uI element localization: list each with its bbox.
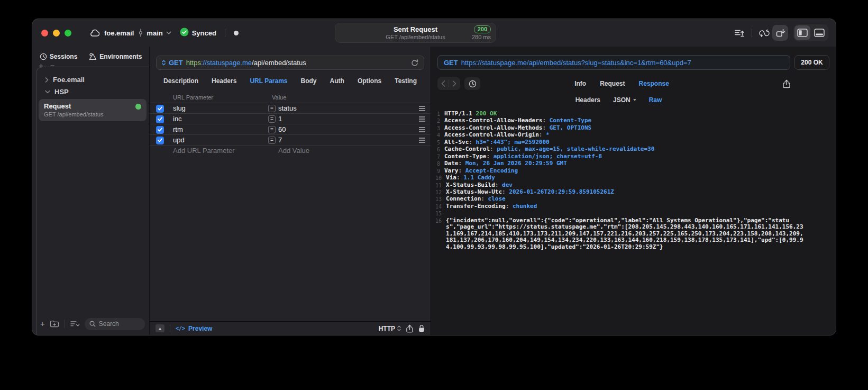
session-list-actions: + − xyxy=(39,61,55,70)
protocol-selector[interactable]: HTTP xyxy=(379,325,401,332)
param-value-input[interactable]: status xyxy=(278,104,297,112)
param-name-input[interactable]: rtm xyxy=(173,125,183,133)
branch-selector[interactable]: main xyxy=(138,29,171,37)
request-item[interactable]: Request GET /api/embed/status xyxy=(39,99,147,121)
main-area: Sessions Environments + − xyxy=(32,47,836,335)
param-name-input[interactable]: upd xyxy=(173,136,185,144)
window-controls xyxy=(41,30,71,37)
line-number: 10 xyxy=(435,175,446,182)
param-checkbox[interactable] xyxy=(156,105,164,113)
response-line: 8Date: Mon, 26 Jan 2026 20:29:59 GMT xyxy=(435,160,830,167)
column-value: Value xyxy=(272,94,286,101)
zoom-window-button[interactable] xyxy=(65,30,71,37)
chevron-down-icon xyxy=(633,99,636,101)
param-value-input[interactable]: 7 xyxy=(278,136,282,144)
line-number: 2 xyxy=(435,117,444,124)
url-text[interactable]: https://statuspage.me/api/embed/status xyxy=(186,59,306,67)
titlebar-divider xyxy=(225,29,225,37)
tree-item-hsp[interactable]: HSP xyxy=(38,86,148,98)
param-value-input[interactable]: 60 xyxy=(278,125,286,133)
request-summary-status: 200 280 ms xyxy=(472,23,491,42)
line-content: HTTP/1.1 200 OK xyxy=(444,111,497,117)
tab-headers[interactable]: Headers xyxy=(212,77,236,85)
param-name-input[interactable]: inc xyxy=(173,115,182,123)
response-subtabs: HeadersJSONRaw xyxy=(416,95,821,105)
tab-sessions[interactable]: Sessions xyxy=(40,53,78,60)
tab-url-params[interactable]: URL Params xyxy=(250,77,287,85)
protocol-label: HTTP xyxy=(379,325,395,332)
tab-options[interactable]: Options xyxy=(358,77,381,85)
tree-item-foe-email[interactable]: Foe.email xyxy=(38,74,148,86)
request-item-subtitle: GET /api/embed/status xyxy=(44,111,103,118)
lock-button[interactable] xyxy=(418,324,425,332)
sync-status[interactable]: Synced xyxy=(180,28,216,38)
line-number: 14 xyxy=(435,203,446,210)
add-parameter-placeholder[interactable]: Add URL Parameter xyxy=(173,147,235,155)
expand-drawer-button[interactable]: ▲ xyxy=(156,324,165,332)
share-icon xyxy=(406,324,413,333)
request-url-bar[interactable]: GET https://statuspage.me/api/embed/stat… xyxy=(156,56,424,70)
response-line: 5Alt-Svc: h3=":443"; ma=2592000 xyxy=(435,139,830,146)
folder-plus-icon xyxy=(50,320,59,328)
tab-request[interactable]: Request xyxy=(600,80,625,87)
param-value-input[interactable]: 1 xyxy=(278,115,282,123)
line-content: Alt-Svc: h3=":443"; ma=2592000 xyxy=(444,139,550,146)
subtab-json[interactable]: JSON xyxy=(613,96,636,104)
tab-environments-label: Environments xyxy=(99,53,142,60)
tab-info[interactable]: Info xyxy=(574,80,586,87)
drag-handle-icon[interactable] xyxy=(419,138,425,143)
sort-filter-button[interactable] xyxy=(70,321,80,327)
method-label[interactable]: GET xyxy=(169,59,183,67)
tab-environments[interactable]: Environments xyxy=(89,53,142,60)
chevron-down-icon xyxy=(45,90,50,94)
add-value-placeholder[interactable]: Add Value xyxy=(278,147,309,155)
drag-handle-icon[interactable] xyxy=(419,127,425,132)
param-checkbox[interactable] xyxy=(156,126,164,134)
sync-label: Synced xyxy=(192,29,216,37)
export-button[interactable] xyxy=(406,324,413,333)
param-checkbox[interactable] xyxy=(156,137,164,144)
line-number: 13 xyxy=(435,196,446,203)
request-summary-pill[interactable]: Sent Request GET /api/embed/status 200 2… xyxy=(335,23,496,43)
sent-method: GET xyxy=(444,59,458,67)
drag-handle-icon[interactable] xyxy=(419,106,425,111)
add-item-button[interactable]: + xyxy=(39,61,43,70)
add-group-button[interactable] xyxy=(50,320,59,328)
line-number: 16 xyxy=(435,217,446,250)
tab-description[interactable]: Description xyxy=(163,77,198,85)
line-number: 3 xyxy=(435,125,444,132)
share-response-button[interactable] xyxy=(783,79,790,88)
subtab-headers[interactable]: Headers xyxy=(575,96,600,104)
minimize-window-button[interactable] xyxy=(53,30,60,37)
layout-bottom-panel-icon[interactable] xyxy=(811,25,827,40)
add-request-button[interactable]: + xyxy=(40,320,45,328)
footer-divider xyxy=(170,324,170,332)
tab-body[interactable]: Body xyxy=(301,77,317,85)
resend-request-button[interactable] xyxy=(411,59,418,67)
layout-sidebar-icon[interactable] xyxy=(794,25,810,40)
environments-icon xyxy=(89,53,97,60)
search-input[interactable]: Search xyxy=(85,318,145,330)
subtab-raw[interactable]: Raw xyxy=(649,96,662,104)
close-window-button[interactable] xyxy=(41,30,48,37)
request-summary-text: Sent Request GET /api/embed/status xyxy=(386,25,445,41)
line-content: Connection: close xyxy=(446,196,506,203)
import-response-icon[interactable] xyxy=(772,25,788,41)
app-window: foe.email main Syn xyxy=(32,19,836,335)
param-name-input[interactable]: slug xyxy=(173,104,186,112)
line-content: Date: Mon, 26 Jan 2026 20:29:59 GMT xyxy=(444,160,567,167)
sync-loop-icon[interactable] xyxy=(756,25,772,41)
param-row: slug=status xyxy=(150,103,431,113)
param-checkbox[interactable] xyxy=(156,115,164,123)
tab-auth[interactable]: Auth xyxy=(330,77,344,85)
history-clock-icon xyxy=(40,53,47,60)
tab-testing[interactable]: Testing xyxy=(395,77,417,85)
params-table-header: URL Parameter Value xyxy=(150,92,431,103)
drag-handle-icon[interactable] xyxy=(419,116,425,122)
tab-response[interactable]: Response xyxy=(638,80,669,87)
send-request-icon[interactable] xyxy=(732,25,747,41)
line-content: Vary: Accept-Encoding xyxy=(444,168,518,175)
remove-item-button[interactable]: − xyxy=(50,61,55,70)
line-content: Cache-Control: public, max-age=15, stale… xyxy=(444,146,654,153)
preview-button[interactable]: </> Preview xyxy=(176,325,212,332)
